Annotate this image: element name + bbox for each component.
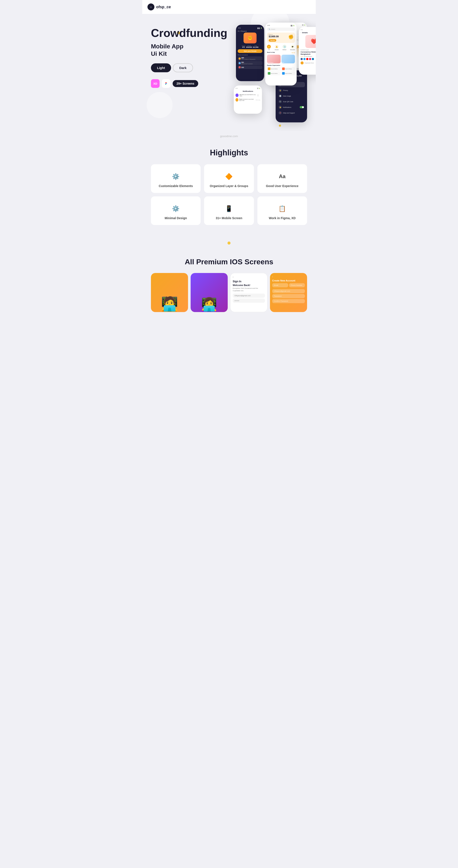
highlight-card-figma: 📋 Work in Figma, XD <box>257 196 307 225</box>
menu-data-usage[interactable]: 📊 Data Usage <box>278 93 305 98</box>
section-dot <box>227 242 231 245</box>
light-button[interactable]: Light <box>151 63 171 72</box>
phone-orgs: Save for Children Save for Children Save… <box>267 67 295 75</box>
signin-email-field[interactable]: Ofhpace@gmail.com <box>233 293 265 298</box>
ux-icon: Aa <box>277 171 287 182</box>
phone-donation-1: $65 Save Children in Bangladesh <box>238 56 262 61</box>
ios-card-orange-1: 🧑‍💻 <box>151 273 188 312</box>
campaign-card-2[interactable]: Fund <box>282 55 295 63</box>
organized-label: Organized Layer & Groups <box>210 184 248 188</box>
highlight-card-customizable: ⚙️ Customizable Elements <box>151 164 201 193</box>
tool-badges: XD 29+ Screens <box>151 79 227 88</box>
organized-icon: 🔶 <box>224 171 234 182</box>
phone-status-bar: 9:41 ▌▌▌ 🔋 <box>238 27 262 29</box>
cat-all[interactable]: ⭐ All <box>267 45 271 50</box>
org-name-row: Organization Name <box>300 61 316 64</box>
minimal-icon: ⚙️ <box>171 203 181 214</box>
figma-xd-icon: 📋 <box>277 203 287 214</box>
privacy-menu-label: Privacy <box>283 90 304 91</box>
phone-donate-btn[interactable]: Start your Donate <box>238 49 262 53</box>
phone-time: 9:41 <box>238 27 241 29</box>
menu-qr-code[interactable]: 📷 Scan QR Code <box>278 99 305 104</box>
create-account-title: Create New Account <box>272 279 305 282</box>
signin-title: Sign In <box>233 280 265 283</box>
org-4[interactable]: Save for Children <box>281 71 295 75</box>
help-menu-icon: ❓ <box>279 111 282 114</box>
create-phone-label: Phone Number <box>289 283 305 287</box>
campaign-card-1[interactable]: Relief Support <box>267 55 281 63</box>
qr-code-menu-icon: 📷 <box>279 100 282 103</box>
balance-illustration: ✊ <box>288 34 294 39</box>
notifications-title: Notifications <box>235 90 260 92</box>
linkedin-icon[interactable] <box>312 58 314 60</box>
org-1[interactable]: Save for Children <box>267 67 281 71</box>
qr-code-menu-label: Scan QR Code <box>283 101 304 102</box>
details-title: Details <box>302 32 308 34</box>
ios-illustration-2: 👩‍💻 <box>201 297 217 312</box>
notifications-menu-icon: 🔔 <box>279 106 282 109</box>
mobile-label: 31+ Mobile Screen <box>216 216 242 220</box>
highlight-card-mobile: 📱 31+ Mobile Screen <box>204 196 254 225</box>
campaign-rating: ★ 4.5 All Total Reviews <box>300 56 316 57</box>
ios-card-purple-1: 👩‍💻 <box>191 273 228 312</box>
highlight-card-minimal: ⚙️ Minimal Design <box>151 196 201 225</box>
ios-card-signin: ‹ Sign In Welcome Back! Excepteur Sint O… <box>230 273 267 312</box>
phone-details: 9:41 ▌▌ 🔋 ‹ Details ❤️ $1,989.99 raised … <box>299 27 316 75</box>
screens-badge: 29+ Screens <box>173 80 198 87</box>
highlights-grid-bottom: ⚙️ Minimal Design 📱 31+ Mobile Screen 📋 … <box>151 196 307 225</box>
create-password-field[interactable]: Password <box>272 294 305 298</box>
figma-xd-label: Work in Figma, XD <box>269 216 296 220</box>
phone-search: 9:41 ▌▌ 🔋 🔍 Search Balance $1989.99 Top … <box>265 23 297 86</box>
search-status-bar: 9:41 ▌▌ 🔋 <box>267 25 295 26</box>
help-menu-label: Help and Support <box>283 112 304 114</box>
signin-welcome: Welcome Back! <box>233 284 265 286</box>
cat-disaster[interactable]: ⚠️ Disaster <box>275 45 279 50</box>
create-email-field[interactable]: Ofhpace@gmail.com <box>272 289 305 293</box>
back-arrow-icon[interactable]: ‹ <box>300 32 301 34</box>
menu-privacy[interactable]: 🔒 Privacy <box>278 88 305 93</box>
dark-button[interactable]: Dark <box>173 63 193 72</box>
topup-btn[interactable]: Top Up <box>269 39 276 42</box>
org-3[interactable]: Save for Children <box>267 71 281 75</box>
instagram-icon[interactable] <box>309 58 311 60</box>
data-usage-menu-icon: 📊 <box>279 94 282 97</box>
youtube-icon[interactable] <box>306 58 308 60</box>
facebook-icon[interactable] <box>300 58 303 60</box>
cat-medical[interactable]: 🩺 Medical <box>283 45 287 50</box>
cat-education[interactable]: 🎓 Education <box>290 45 295 50</box>
notifications-toggle[interactable] <box>300 106 304 108</box>
phone-greeting: Hi, Ofspace <box>238 30 262 32</box>
see-all-link[interactable]: See All <box>292 52 295 53</box>
notif-avatar-2 <box>235 98 238 101</box>
phone-balance: Balance $1989.99 Top Up ✊ <box>267 33 295 43</box>
signin-back-icon[interactable]: ‹ <box>233 276 233 278</box>
twitter-icon[interactable] <box>303 58 305 60</box>
mobile-icon: 📱 <box>224 203 234 214</box>
hero-section: Crowdfunding Mobile AppUi Kit Light Dark… <box>142 14 316 131</box>
signin-password-field[interactable]: •••••••• <box>233 299 265 303</box>
ios-card-create: ‹ Create New Account Email Phone Number … <box>270 273 307 312</box>
hero-left: Crowdfunding Mobile AppUi Kit Light Dark… <box>151 23 227 118</box>
signin-subtitle: Excepteur Sint Occaecat and the Cupidata… <box>233 287 265 292</box>
search-placeholder: Search <box>271 29 275 30</box>
org-2[interactable]: Save for Children <box>281 67 295 71</box>
phone-mockups: 9:41 ▌▌▌ 🔋 Hi, Ofspace ✊ Donors 675 Rais… <box>232 23 307 118</box>
create-back-icon[interactable]: ‹ <box>272 276 273 278</box>
menu-help[interactable]: ❓ Help and Support <box>278 110 305 116</box>
phone-notifications: 9:41 ▌▌ 🔋 Notifications Ivan liked your … <box>234 86 262 114</box>
highlight-card-organized: 🔶 Organized Layer & Groups <box>204 164 254 193</box>
highlights-grid-top: ⚙️ Customizable Elements 🔶 Organized Lay… <box>151 164 307 193</box>
highlights-title: Highlights <box>151 148 307 157</box>
create-confirm-field[interactable]: Confirm Password <box>272 299 305 303</box>
highlights-section: Highlights ⚙️ Customizable Elements 🔶 Or… <box>142 140 316 237</box>
ios-section-title: All Premium IOS Screens <box>151 257 307 266</box>
notif-avatar-1 <box>235 94 238 97</box>
hero-content: Crowdfunding Mobile AppUi Kit Light Dark… <box>151 23 307 118</box>
ios-illustration-1: 🧑‍💻 <box>161 296 178 312</box>
xd-badge: XD <box>151 79 160 88</box>
need-help-label: Need to help <box>267 52 275 53</box>
hero-subtitle: Mobile AppUi Kit <box>151 43 227 57</box>
menu-notifications[interactable]: 🔔 Notifications <box>278 104 305 110</box>
search-bar[interactable]: 🔍 Search <box>267 28 295 31</box>
watermark: gooodme.com <box>142 131 316 140</box>
